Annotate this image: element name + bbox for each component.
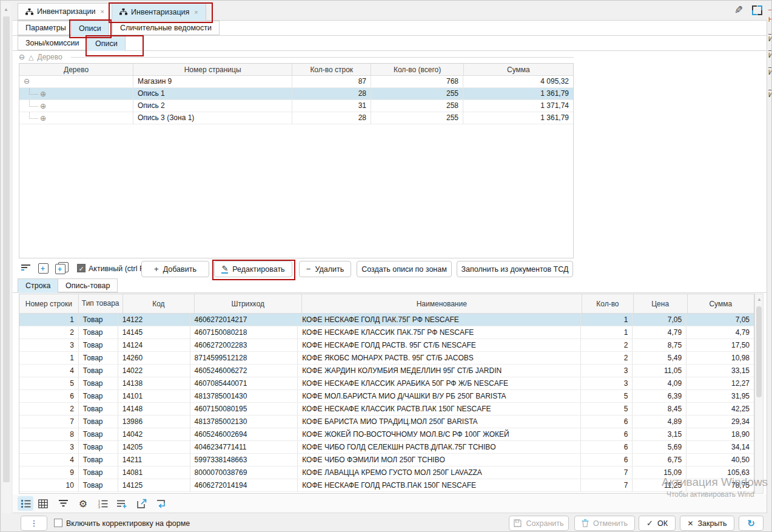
tab-opisi-inner[interactable]: Описи	[87, 36, 126, 51]
col-header[interactable]: Штрихкод	[195, 294, 302, 314]
cell-total: 258	[371, 100, 463, 112]
clipped-text: И	[768, 36, 772, 42]
refresh-button[interactable]: ↻	[739, 516, 764, 531]
list-view-icon[interactable]	[18, 496, 33, 511]
save-button[interactable]: Сохранить	[509, 516, 569, 531]
table-row[interactable]: 2Товар 141484607150080195 КОФЕ НЕСКАФЕ К…	[19, 403, 754, 416]
cell-total: 255	[371, 112, 463, 124]
col-header[interactable]: Тип товара	[79, 294, 123, 314]
collapse-all-icon[interactable]: ⊖	[19, 53, 25, 61]
table-row[interactable]: 8Товар 140424605246002694 КОФЕ ЖОКЕЙ ПО-…	[19, 428, 754, 441]
cancel-button[interactable]: Отменить	[574, 516, 635, 531]
table-row[interactable]: 4Товар 142115997338148663 КОФЕ ЧИБО ФЭМИ…	[19, 454, 754, 466]
window-scrollbar-left[interactable]: ▲	[2, 3, 11, 519]
bell-icon[interactable]: △	[29, 53, 33, 61]
delete-button[interactable]: − Удалить	[299, 261, 351, 277]
scrollbar-thumb[interactable]	[3, 16, 10, 482]
collapse-icon[interactable]: ⊖	[24, 77, 30, 86]
add-lines-icon[interactable]	[114, 496, 130, 511]
tree-row[interactable]: ⊕ Опись 2 31 258 1 371,74	[19, 100, 573, 112]
col-header[interactable]: Дерево	[19, 64, 133, 76]
active-checkbox[interactable]: ✓	[77, 264, 86, 272]
col-header[interactable]: Кол-во строк	[292, 64, 371, 76]
open-external-icon[interactable]	[134, 496, 150, 511]
col-header[interactable]: Код	[123, 294, 195, 314]
button-label: Отменить	[593, 519, 628, 528]
check-icon: ✓	[646, 519, 653, 528]
tab-label: Зоны/комиссии	[25, 39, 79, 47]
cell-lines: 28	[292, 88, 371, 99]
fill-from-tsd-button[interactable]: Заполнить из документов ТСД	[457, 261, 573, 277]
filter-icon[interactable]	[55, 496, 71, 511]
add-item-icon[interactable]: +	[38, 263, 49, 274]
col-header[interactable]: Номер строки	[19, 294, 79, 314]
cell-sum: 1 361,79	[463, 112, 573, 124]
table-row[interactable]: 3Товар 141244606272002283 КОФЕ НЕСКАФЕ Г…	[19, 339, 754, 352]
tab-label: Опись-товар	[65, 281, 110, 290]
scrollbar-thumb[interactable]	[756, 306, 762, 397]
correction-checkbox[interactable]	[54, 519, 62, 527]
expand-icon[interactable]: ⊕	[40, 114, 46, 123]
col-header[interactable]: Кол-во	[582, 294, 634, 314]
col-header[interactable]: Кол-во (всего)	[371, 64, 463, 76]
cell-page: Опись 3 (Зона 1)	[133, 112, 292, 124]
settings-gear-icon[interactable]: ⚙	[75, 496, 91, 511]
table-row[interactable]: 7Товар 139864813785002130 КОФЕ БАРИСТА М…	[19, 416, 754, 428]
scroll-up-icon[interactable]: ▲	[757, 297, 762, 302]
tab-opis-tovar[interactable]: Опись-товар	[58, 278, 118, 292]
tab-parameters[interactable]: Параметры	[18, 21, 74, 35]
close-button[interactable]: ✕ Закрыть	[680, 516, 734, 531]
expand-icon[interactable]: ⊕	[40, 102, 46, 110]
add-button[interactable]: + Добавить	[141, 261, 209, 277]
table-row[interactable]: 2Товар 141454607150080218 КОФЕ НЕСКАФЕ К…	[19, 326, 754, 339]
tree-row-selected[interactable]: ⊕ Опись 1 28 255 1 361,79	[19, 88, 573, 100]
scroll-up-icon[interactable]: ▲	[4, 7, 8, 12]
tab-opisi[interactable]: Описи	[71, 21, 109, 36]
button-label: Заполнить из документов ТСД	[462, 265, 569, 274]
col-header[interactable]: Сумма	[464, 64, 573, 76]
table-row[interactable]: 5Товар 141384607085440071 КОФЕ НЕСКАФЕ К…	[19, 377, 754, 390]
button-label: Добавить	[163, 265, 196, 274]
col-header[interactable]: Цена	[634, 294, 688, 314]
numbered-list-icon[interactable]: 123	[95, 496, 111, 511]
hierarchy-icon	[119, 8, 127, 15]
table-row[interactable]: 3Товар 142054046234771411 КОФЕ ЧИБО ГОЛД…	[19, 441, 754, 454]
tab-label: Строка	[25, 281, 50, 290]
reload-return-icon[interactable]	[153, 496, 169, 511]
close-tab-icon[interactable]: ×	[194, 8, 198, 16]
cell-sum: 1 361,79	[463, 88, 573, 99]
doc-tab-inventories[interactable]: Инвентаризации ×	[18, 3, 112, 20]
correction-checkbox-label: Включить корректировку на форме	[66, 519, 190, 528]
add-multiple-icon[interactable]: +	[55, 262, 67, 274]
table-row[interactable]: 4Товар 140224605246006272 КОФЕ ЖАРДИН КО…	[19, 365, 754, 377]
footer-bar: ⋮ Включить корректировку на форме Сохран…	[1, 513, 772, 532]
table-row[interactable]: 6Товар 141014813785001430 КОФЕ МОЛ.БАРИС…	[19, 390, 754, 403]
col-header[interactable]: Наименование	[302, 294, 582, 314]
tab-stroka[interactable]: Строка	[18, 278, 58, 293]
create-by-zones-button[interactable]: Создать описи по зонам	[357, 261, 452, 277]
items-scrollbar[interactable]: ▲	[754, 294, 764, 494]
table-row[interactable]: 9Товар 140818000070038769 КОФЕ ЛАВАЦЦА К…	[19, 466, 754, 479]
col-header[interactable]: Сумма	[688, 294, 754, 314]
grid-view-icon[interactable]	[35, 496, 51, 511]
cell-lines: 87	[292, 76, 371, 87]
more-options-button[interactable]: ⋮	[21, 516, 47, 531]
tab-zones-commissions[interactable]: Зоны/комиссии	[18, 36, 87, 50]
edit-button[interactable]: ✎ Редактировать	[214, 261, 292, 277]
tree-row[interactable]: ⊖ Магазин 9 87 768 4 095,32	[19, 76, 573, 88]
tree-row[interactable]: ⊕ Опись 3 (Зона 1) 28 255 1 361,79	[19, 112, 573, 124]
doc-tab-inventory[interactable]: Инвентаризация ×	[112, 3, 206, 21]
cell-page: Опись 1	[133, 88, 292, 99]
col-header[interactable]: Номер страницы	[133, 64, 292, 76]
ok-button[interactable]: ✓ ОК	[639, 516, 676, 531]
expand-icon[interactable]: ⊕	[40, 90, 46, 98]
tab-slich-vedomosti[interactable]: Сличительные ведомости	[112, 21, 220, 35]
items-table-header: Номер строки Тип товара Код Штрихкод Наи…	[19, 294, 754, 314]
table-row-selected[interactable]: 1Товар 141224606272014217 КОФЕ НЕСКАФЕ Г…	[19, 314, 754, 326]
fullscreen-icon[interactable]	[752, 5, 762, 15]
filter-icon[interactable]	[21, 264, 30, 272]
close-tab-icon[interactable]: ×	[101, 8, 104, 15]
edit-pencil-icon[interactable]: ✎	[734, 4, 743, 16]
table-row[interactable]: 10Товар 141254606272014194 КОФЕ НЕСКАФЕ …	[19, 479, 754, 492]
table-row[interactable]: 1Товар 142608714599512128 КОФЕ ЯКОБС МОН…	[19, 352, 754, 365]
